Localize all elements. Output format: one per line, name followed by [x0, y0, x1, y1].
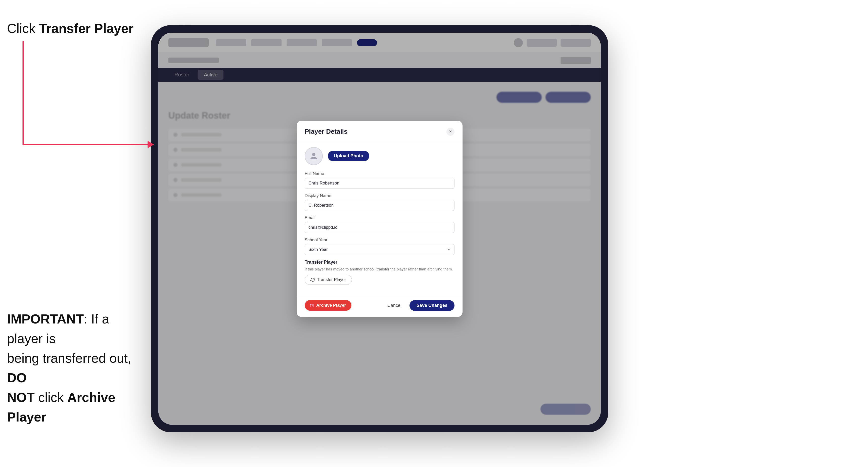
full-name-group: Full Name [305, 171, 455, 189]
save-changes-button[interactable]: Save Changes [409, 300, 455, 311]
archive-player-button[interactable]: Archive Player [305, 300, 351, 311]
top-instruction: Click Transfer Player [7, 20, 133, 37]
archive-icon [310, 303, 314, 307]
app-content: Roster Active Update Roster [158, 33, 601, 425]
close-icon: × [449, 129, 452, 134]
transfer-player-bold: Transfer Player [39, 21, 133, 36]
being-transferred: being transferred out, [7, 351, 131, 366]
archive-button-label: Archive Player [316, 303, 346, 308]
school-year-group: School Year First Year Second Year Third… [305, 238, 455, 255]
user-icon [310, 152, 318, 160]
transfer-button-label: Transfer Player [317, 277, 346, 282]
photo-section: Upload Photo [305, 147, 455, 165]
photo-circle [305, 147, 323, 165]
svg-rect-1 [310, 304, 314, 305]
transfer-player-section: Transfer Player If this player has moved… [305, 260, 455, 285]
do-bold: DO [7, 371, 27, 385]
player-details-modal: Player Details × [297, 121, 463, 317]
display-name-input[interactable] [305, 200, 455, 211]
full-name-input[interactable] [305, 178, 455, 189]
modal-body: Upload Photo Full Name Display Name [297, 141, 463, 296]
email-label: Email [305, 215, 455, 220]
email-group: Email [305, 215, 455, 233]
tablet-device: Roster Active Update Roster [151, 25, 608, 432]
bottom-instruction: IMPORTANT: If a player is being transfer… [7, 309, 148, 427]
upload-photo-button[interactable]: Upload Photo [328, 151, 369, 161]
refresh-icon [310, 278, 315, 282]
full-name-label: Full Name [305, 171, 455, 176]
important-bold: IMPORTANT [7, 312, 84, 326]
not-bold: NOT [7, 390, 35, 405]
transfer-player-button[interactable]: Transfer Player [305, 275, 352, 285]
display-name-label: Display Name [305, 193, 455, 198]
cancel-button[interactable]: Cancel [383, 300, 405, 311]
school-year-label: School Year [305, 238, 455, 243]
school-year-select[interactable]: First Year Second Year Third Year Fourth… [305, 244, 455, 255]
not-suffix: click [35, 390, 67, 405]
tablet-screen: Roster Active Update Roster [158, 33, 601, 425]
transfer-section-description: If this player has moved to another scho… [305, 267, 455, 272]
modal-close-button[interactable]: × [446, 128, 455, 136]
modal-overlay: Player Details × [158, 33, 601, 425]
modal-title: Player Details [305, 128, 348, 135]
transfer-section-label: Transfer Player [305, 260, 455, 265]
email-input[interactable] [305, 222, 455, 233]
annotation-arrow [10, 39, 154, 152]
click-prefix: Click [7, 21, 39, 36]
display-name-group: Display Name [305, 193, 455, 211]
modal-header: Player Details × [297, 121, 463, 141]
modal-footer: Archive Player Cancel Save Changes [297, 296, 463, 317]
